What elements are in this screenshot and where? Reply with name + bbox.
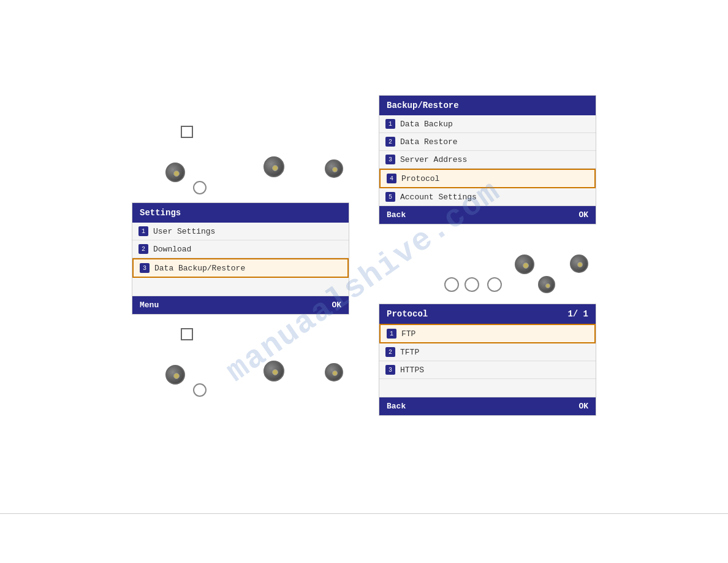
settings-item-label-3: Data Backup/Restore xyxy=(154,264,245,273)
backup-restore-footer: Back OK xyxy=(379,206,596,224)
protocol-num-2: 2 xyxy=(385,347,395,357)
item-num-3: 3 xyxy=(140,263,150,273)
backup-item-label-1: Data Backup xyxy=(400,120,453,129)
protocol-footer-back[interactable]: Back xyxy=(387,402,406,411)
backup-num-3: 3 xyxy=(385,155,395,164)
settings-empty-row-1 xyxy=(132,278,349,296)
backup-footer-ok[interactable]: OK xyxy=(578,210,588,220)
backup-item-label-4: Protocol xyxy=(401,174,439,183)
protocol-item-label-2: TFTP xyxy=(400,348,419,357)
backup-item-account-settings[interactable]: 5 Account Settings xyxy=(379,188,596,206)
device-disc-2 xyxy=(264,156,284,177)
backup-footer-back[interactable]: Back xyxy=(387,210,406,220)
protocol-title: Protocol xyxy=(387,309,428,319)
item-num-2: 2 xyxy=(138,244,148,254)
backup-item-protocol[interactable]: 4 Protocol xyxy=(379,169,596,188)
protocol-empty-row-1 xyxy=(379,379,596,397)
device-disc-9 xyxy=(538,276,555,293)
settings-panel: Settings 1 User Settings 2 Download 3 Da… xyxy=(132,202,349,315)
settings-footer-ok[interactable]: OK xyxy=(332,301,341,310)
deco-square-2 xyxy=(181,328,193,340)
device-disc-6 xyxy=(325,363,343,381)
protocol-panel: Protocol 1/ 1 1 FTP 2 TFTP 3 HTTPS Back … xyxy=(379,304,596,416)
device-disc-1 xyxy=(165,163,185,182)
protocol-item-tftp[interactable]: 2 TFTP xyxy=(379,343,596,361)
backup-num-2: 2 xyxy=(385,137,395,147)
protocol-item-https[interactable]: 3 HTTPS xyxy=(379,361,596,379)
protocol-item-ftp[interactable]: 1 FTP xyxy=(379,324,596,343)
backup-restore-title: Backup/Restore xyxy=(387,101,459,110)
device-disc-7 xyxy=(515,255,534,274)
backup-num-5: 5 xyxy=(385,192,395,202)
device-circle-3 xyxy=(444,277,459,292)
device-disc-3 xyxy=(325,159,343,178)
backup-restore-header: Backup/Restore xyxy=(379,96,596,115)
settings-panel-title: Settings xyxy=(140,208,181,218)
settings-panel-header: Settings xyxy=(132,203,349,223)
protocol-item-label-3: HTTPS xyxy=(400,366,424,375)
backup-num-1: 1 xyxy=(385,119,395,129)
deco-square-1 xyxy=(181,126,193,138)
backup-restore-panel: Backup/Restore 1 Data Backup 2 Data Rest… xyxy=(379,95,596,224)
settings-panel-footer: Menu OK xyxy=(132,296,349,314)
protocol-num-1: 1 xyxy=(387,329,396,339)
backup-item-data-backup[interactable]: 1 Data Backup xyxy=(379,115,596,133)
protocol-num-3: 3 xyxy=(385,365,395,375)
backup-item-label-5: Account Settings xyxy=(400,193,477,202)
backup-item-label-3: Server Address xyxy=(400,155,467,164)
protocol-footer: Back OK xyxy=(379,397,596,415)
device-circle-1 xyxy=(193,181,207,194)
bottom-divider xyxy=(0,513,728,514)
device-disc-5 xyxy=(264,361,284,381)
backup-num-4: 4 xyxy=(387,174,396,183)
settings-item-download[interactable]: 2 Download xyxy=(132,240,349,258)
protocol-item-label-1: FTP xyxy=(401,329,415,339)
settings-item-data-backup[interactable]: 3 Data Backup/Restore xyxy=(132,258,349,278)
protocol-header: Protocol 1/ 1 xyxy=(379,304,596,324)
backup-item-server-address[interactable]: 3 Server Address xyxy=(379,151,596,169)
settings-item-label-2: Download xyxy=(153,245,191,254)
device-circle-5 xyxy=(487,277,502,292)
settings-footer-menu[interactable]: Menu xyxy=(140,301,159,310)
settings-item-user-settings[interactable]: 1 User Settings xyxy=(132,223,349,240)
protocol-footer-ok[interactable]: OK xyxy=(578,402,588,411)
device-circle-4 xyxy=(464,277,479,292)
settings-item-label-1: User Settings xyxy=(153,227,215,236)
item-num-1: 1 xyxy=(138,226,148,236)
backup-item-data-restore[interactable]: 2 Data Restore xyxy=(379,133,596,151)
device-disc-4 xyxy=(165,365,185,385)
device-disc-8 xyxy=(570,255,588,273)
device-circle-2 xyxy=(193,383,207,397)
backup-item-label-2: Data Restore xyxy=(400,137,458,147)
watermark: manuaalshive.com xyxy=(0,0,728,563)
protocol-page-info: 1/ 1 xyxy=(567,309,588,319)
